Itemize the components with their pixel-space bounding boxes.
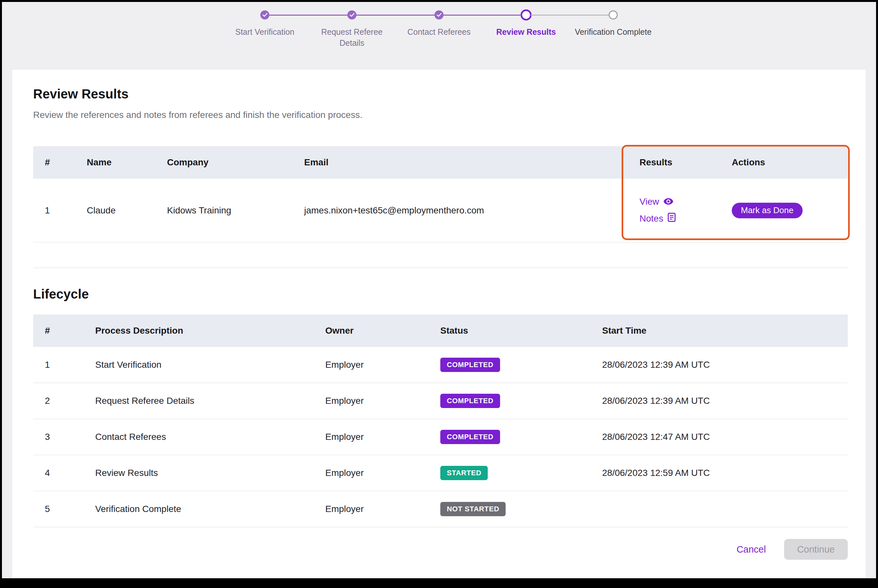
- col-header-owner: Owner: [325, 326, 440, 336]
- process-description: Review Results: [95, 468, 325, 478]
- row-number: 2: [45, 396, 95, 406]
- col-header-num: #: [45, 326, 95, 336]
- referee-actions-cell: Mark as Done: [732, 203, 848, 218]
- referees-table: # Name Company Email Results Actions 1 C…: [33, 146, 848, 268]
- step-label: Review Results: [496, 27, 556, 38]
- start-time: 28/06/2023 12:59 AM UTC: [602, 468, 848, 478]
- col-header-results: Results: [639, 157, 732, 168]
- step-label: Verification Complete: [575, 27, 651, 38]
- step-label: Contact Referees: [407, 27, 471, 38]
- row-number: 1: [45, 360, 95, 370]
- start-time: 28/06/2023 12:39 AM UTC: [602, 360, 848, 370]
- row-number: 3: [45, 432, 95, 442]
- row-number: 4: [45, 468, 95, 478]
- step-completed-check-icon: [260, 10, 269, 20]
- cancel-button[interactable]: Cancel: [737, 544, 766, 555]
- lifecycle-row: 4 Review Results Employer STARTED 28/06/…: [33, 455, 848, 491]
- lifecycle-title: Lifecycle: [33, 287, 848, 302]
- lifecycle-row: 5 Verification Complete Employer NOT STA…: [33, 491, 848, 527]
- col-header-company: Company: [167, 157, 304, 168]
- page-subtitle: Review the references and notes from ref…: [33, 110, 848, 120]
- process-owner: Employer: [325, 396, 440, 406]
- step-current-circle-icon: [521, 9, 531, 21]
- status-badge: COMPLETED: [440, 394, 500, 408]
- step-completed-check-icon: [434, 10, 444, 20]
- process-description: Contact Referees: [95, 432, 325, 442]
- referee-number: 1: [45, 206, 87, 216]
- process-description: Start Verification: [95, 360, 325, 370]
- page-title: Review Results: [33, 87, 848, 101]
- row-number: 5: [45, 504, 95, 514]
- col-header-start-time: Start Time: [602, 326, 848, 336]
- screenshot-frame: Start Verification Request Referee Detai…: [0, 0, 878, 588]
- col-header-num: #: [45, 157, 87, 168]
- referee-row: 1 Claude Kidows Training james.nixon+tes…: [33, 178, 848, 242]
- process-description: Verification Complete: [95, 504, 325, 514]
- process-description: Request Referee Details: [95, 396, 325, 406]
- table-spacer: [33, 242, 848, 268]
- step-label: Request Referee Details: [320, 27, 384, 49]
- process-owner: Employer: [325, 432, 440, 442]
- status-badge: COMPLETED: [440, 358, 500, 372]
- notes-icon: [668, 213, 675, 224]
- col-header-description: Process Description: [95, 326, 325, 336]
- lifecycle-table: # Process Description Owner Status Start…: [33, 315, 848, 527]
- footer-actions: Cancel Continue: [33, 539, 848, 560]
- notes-link[interactable]: Notes: [639, 213, 732, 224]
- process-owner: Employer: [325, 468, 440, 478]
- col-header-email: Email: [304, 157, 639, 168]
- referee-email: james.nixon+test65c@employmenthero.com: [304, 206, 639, 216]
- start-time: 28/06/2023 12:47 AM UTC: [602, 432, 848, 442]
- referee-name: Claude: [87, 206, 167, 216]
- col-header-status: Status: [440, 326, 602, 336]
- step-completed-check-icon: [347, 10, 356, 20]
- referee-results-cell: View Notes: [639, 196, 732, 224]
- referee-company: Kidows Training: [167, 206, 304, 216]
- col-header-actions: Actions: [732, 157, 848, 168]
- status-badge: STARTED: [440, 466, 488, 480]
- lifecycle-row: 1 Start Verification Employer COMPLETED …: [33, 347, 848, 383]
- view-link[interactable]: View: [639, 196, 732, 207]
- page-background: Start Verification Request Referee Detai…: [2, 2, 876, 578]
- referees-table-header: # Name Company Email Results Actions: [33, 146, 848, 178]
- review-results-card: Review Results Review the references and…: [12, 70, 866, 578]
- process-owner: Employer: [325, 504, 440, 514]
- lifecycle-table-header: # Process Description Owner Status Start…: [33, 315, 848, 347]
- mark-as-done-button[interactable]: Mark as Done: [732, 203, 803, 218]
- status-badge: COMPLETED: [440, 430, 500, 444]
- continue-button[interactable]: Continue: [784, 539, 848, 560]
- step-upcoming-circle-icon: [609, 10, 618, 20]
- step-label: Start Verification: [235, 27, 294, 38]
- lifecycle-row: 2 Request Referee Details Employer COMPL…: [33, 383, 848, 419]
- eye-icon: [663, 196, 673, 207]
- verification-stepper: Start Verification Request Referee Detai…: [221, 9, 657, 49]
- start-time: 28/06/2023 12:39 AM UTC: [602, 396, 848, 406]
- process-owner: Employer: [325, 360, 440, 370]
- status-badge: NOT STARTED: [440, 502, 506, 516]
- col-header-name: Name: [87, 157, 167, 168]
- stepper-step-verification-complete[interactable]: Verification Complete: [570, 9, 657, 49]
- lifecycle-row: 3 Contact Referees Employer COMPLETED 28…: [33, 419, 848, 455]
